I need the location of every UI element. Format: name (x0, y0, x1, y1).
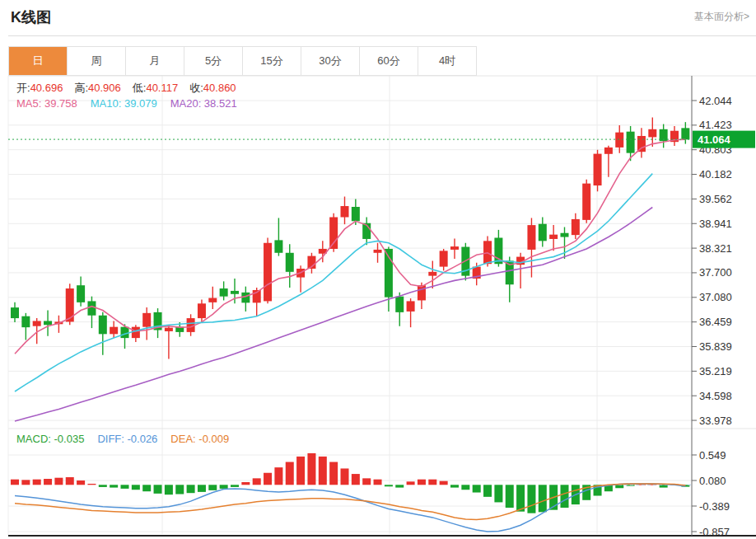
price-tick-label: 34.598 (699, 390, 732, 402)
macd-bar (307, 453, 315, 485)
candle-body (637, 136, 646, 152)
macd-bar (461, 485, 469, 490)
low-label: 低: (133, 82, 147, 94)
macd-bar (208, 485, 217, 490)
macd-bar (66, 477, 74, 485)
diff-line (15, 484, 685, 532)
price-tick-label: 40.182 (699, 168, 732, 180)
macd-bar (33, 480, 41, 485)
price-tick-label: 36.459 (699, 316, 732, 328)
macd-bar (407, 481, 415, 485)
candle-body (539, 224, 547, 241)
macd-bar (21, 480, 30, 485)
candle-body (582, 184, 590, 220)
open-value: 40.696 (30, 82, 63, 94)
macd-bar (440, 481, 448, 485)
macd-bar (274, 467, 282, 485)
candle-body (110, 327, 118, 335)
macd-bar (329, 462, 338, 485)
candle-body (132, 327, 140, 338)
ma-legend: MA5: 39.758MA10: 39.079MA20: 38.521 (16, 97, 237, 110)
ma20-value: MA20: 38.521 (170, 97, 237, 110)
candle-body (99, 316, 107, 335)
macd-bar (165, 485, 173, 494)
candle-body (208, 298, 217, 302)
macd-bar (418, 480, 426, 485)
macd-bar (561, 485, 569, 508)
macd-legend: MACD: -0.035DIFF: -0.026DEA: -0.009 (16, 433, 229, 445)
macd-bar (110, 485, 118, 487)
open-label: 开: (16, 82, 30, 94)
macd-bar (87, 484, 96, 485)
macd-bar (450, 485, 459, 487)
candle-body (604, 148, 613, 154)
macd-bar (253, 478, 261, 485)
macd-bar (241, 482, 250, 485)
kline-page: K线图 基本面分析> 日 周 月 5分 15分 30分 60分 4时 42.04… (0, 0, 756, 539)
macd-bar (187, 485, 195, 493)
macd-tick-label: -0.857 (699, 526, 730, 538)
macd-bar (473, 485, 481, 492)
price-tick-label: 37.080 (699, 291, 732, 303)
candle-body (286, 253, 294, 272)
macd-bar (516, 485, 525, 511)
candle-body (428, 272, 436, 276)
price-tick-label: 37.700 (699, 266, 732, 279)
macd-bar (395, 485, 404, 487)
candle-body (615, 133, 623, 148)
candle-body (527, 225, 535, 250)
macd-bar (77, 480, 85, 485)
dea-value: DEA: -0.009 (170, 433, 229, 445)
macd-bar (374, 480, 382, 485)
candle-body (594, 154, 602, 185)
price-tick-label: 38.321 (699, 242, 732, 255)
candle-body (21, 316, 30, 327)
macd-bar (121, 485, 129, 489)
candle-body (549, 235, 558, 239)
price-tick-label: 33.978 (699, 415, 732, 427)
high-label: 高: (74, 82, 88, 94)
candle-body (274, 240, 282, 252)
macd-bar (154, 485, 162, 494)
candle-body (648, 129, 656, 138)
macd-bar (494, 485, 502, 502)
macd-bar (539, 485, 547, 512)
ohlc-legend: 开:40.696高:40.906低:40.117收:40.860 (16, 81, 248, 96)
candle-body (87, 301, 96, 315)
close-label: 收: (189, 82, 203, 94)
low-value: 40.117 (146, 82, 178, 94)
macd-bar (385, 485, 393, 486)
candle-body (341, 206, 349, 217)
candle-body (44, 321, 52, 325)
candle-body (627, 132, 635, 153)
macd-tick-label: 0.080 (699, 475, 726, 487)
macd-bar (132, 485, 140, 490)
candle-body (374, 250, 382, 253)
macd-value: MACD: -0.035 (16, 433, 84, 445)
macd-bar (198, 485, 206, 492)
macd-bar (231, 485, 239, 487)
candle-body (329, 218, 338, 249)
candle-body (165, 328, 173, 331)
high-value: 40.906 (88, 82, 121, 94)
macd-bar (352, 474, 360, 485)
macd-bar (362, 478, 371, 485)
candle-body (681, 128, 689, 139)
candle-body (220, 288, 228, 297)
candle-body (572, 219, 580, 235)
macd-bar (142, 485, 151, 491)
macd-bar (341, 468, 349, 485)
candle-body (198, 303, 206, 318)
candle-body (121, 327, 129, 338)
candle-body (33, 321, 41, 326)
current-price-badge: 41.064 (693, 131, 755, 148)
macd-bar (286, 462, 294, 485)
candle-body (352, 207, 360, 221)
price-tick-label: 35.839 (699, 340, 732, 353)
macd-bar (506, 485, 514, 508)
macd-bar (175, 485, 184, 494)
candle-body (450, 246, 459, 250)
candle-body (142, 313, 151, 327)
macd-bar (54, 478, 63, 485)
current-price-label: 41.064 (698, 134, 731, 146)
